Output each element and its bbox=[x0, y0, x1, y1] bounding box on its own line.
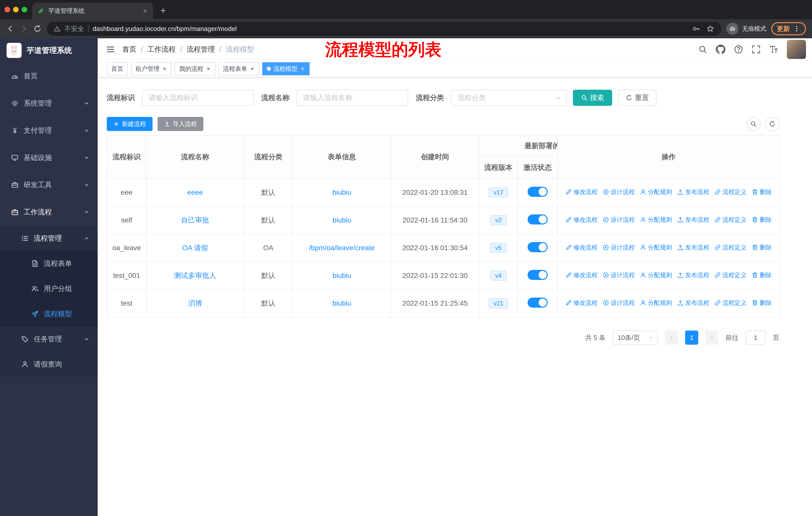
active-toggle[interactable] bbox=[528, 298, 548, 308]
design-process-link[interactable]: 设计流程 bbox=[603, 271, 635, 279]
active-toggle[interactable] bbox=[528, 214, 548, 224]
process-definition-link[interactable]: 流程定义 bbox=[714, 216, 747, 224]
view-tab-tenant[interactable]: 租户管理 bbox=[131, 62, 172, 75]
bookmark-star-icon[interactable] bbox=[706, 25, 714, 33]
publish-process-link[interactable]: 发布流程 bbox=[677, 271, 709, 279]
active-toggle[interactable] bbox=[528, 242, 548, 252]
assign-rule-link[interactable]: 分配规则 bbox=[640, 216, 672, 224]
font-size-icon[interactable] bbox=[769, 45, 778, 54]
publish-process-link[interactable]: 发布流程 bbox=[677, 243, 709, 251]
modify-process-link[interactable]: 修改流程 bbox=[565, 299, 598, 307]
search-button[interactable]: 搜索 bbox=[573, 90, 612, 106]
github-icon[interactable] bbox=[716, 45, 725, 54]
delete-process-link[interactable]: 删除 bbox=[752, 271, 772, 279]
import-process-button[interactable]: 导入流程 bbox=[157, 117, 203, 131]
process-name-link[interactable]: eeee bbox=[187, 188, 203, 196]
publish-process-link[interactable]: 发布流程 bbox=[677, 299, 709, 307]
close-icon[interactable] bbox=[162, 66, 167, 71]
design-process-link[interactable]: 设计流程 bbox=[603, 299, 635, 307]
fullscreen-icon[interactable] bbox=[752, 45, 761, 54]
address-bar[interactable]: 不安全 dashboard.yudao.iocoder.cn/bpm/manag… bbox=[47, 22, 721, 36]
breadcrumb-process-management[interactable]: 流程管理 bbox=[187, 45, 215, 54]
form-info-link[interactable]: biubiu bbox=[332, 188, 351, 196]
form-info-link[interactable]: biubiu bbox=[332, 299, 351, 307]
process-name-link[interactable]: 滔博 bbox=[188, 299, 202, 307]
update-button[interactable]: 更新 bbox=[771, 22, 806, 35]
browser-tab[interactable]: 芋道管理系统 bbox=[32, 2, 153, 19]
publish-process-link[interactable]: 发布流程 bbox=[677, 188, 709, 196]
form-info-link[interactable]: /bpm/oa/leave/create bbox=[309, 244, 375, 252]
sidebar-item-payment[interactable]: 支付管理 bbox=[0, 117, 98, 144]
reload-icon[interactable] bbox=[33, 24, 42, 33]
modify-process-link[interactable]: 修改流程 bbox=[565, 216, 598, 224]
view-tab-home[interactable]: 首页 bbox=[107, 62, 128, 75]
process-key-input[interactable] bbox=[142, 90, 254, 106]
user-avatar[interactable] bbox=[787, 40, 806, 59]
refresh-table-button[interactable] bbox=[765, 117, 779, 131]
process-name-link[interactable]: 测试多审批人 bbox=[174, 272, 216, 279]
assign-rule-link[interactable]: 分配规则 bbox=[640, 299, 672, 307]
process-definition-link[interactable]: 流程定义 bbox=[714, 271, 747, 279]
page-number-1[interactable]: 1 bbox=[685, 331, 698, 345]
sidebar-item-task-management[interactable]: 任务管理 bbox=[0, 327, 98, 352]
process-name-link[interactable]: OA 请假 bbox=[182, 244, 208, 252]
next-page-button[interactable] bbox=[705, 331, 718, 345]
sidebar-item-workflow[interactable]: 工作流程 bbox=[0, 198, 98, 226]
process-name-input[interactable] bbox=[296, 90, 408, 106]
sidebar-item-home[interactable]: 首页 bbox=[0, 62, 98, 90]
view-tab-process-form[interactable]: 流程表单 bbox=[219, 62, 259, 75]
page-size-select[interactable]: 10条/页 bbox=[613, 331, 658, 345]
sidebar-item-user-group[interactable]: 用户分组 bbox=[0, 276, 98, 301]
assign-rule-link[interactable]: 分配规则 bbox=[640, 271, 672, 279]
close-icon[interactable] bbox=[300, 66, 305, 71]
reset-button[interactable]: 重置 bbox=[618, 90, 657, 106]
menu-kebab-icon[interactable] bbox=[793, 25, 801, 32]
show-search-button[interactable] bbox=[747, 117, 761, 131]
key-icon[interactable] bbox=[692, 25, 700, 33]
search-icon[interactable] bbox=[698, 45, 707, 54]
close-window-button[interactable] bbox=[4, 7, 10, 12]
publish-process-link[interactable]: 发布流程 bbox=[677, 216, 709, 224]
form-info-link[interactable]: biubiu bbox=[332, 216, 351, 224]
hamburger-icon[interactable] bbox=[106, 45, 115, 54]
active-toggle[interactable] bbox=[528, 187, 548, 197]
process-definition-link[interactable]: 流程定义 bbox=[714, 188, 747, 196]
sidebar-item-process-management[interactable]: 流程管理 bbox=[0, 226, 98, 251]
assign-rule-link[interactable]: 分配规则 bbox=[640, 188, 672, 196]
breadcrumb-workflow[interactable]: 工作流程 bbox=[147, 45, 176, 54]
close-icon[interactable] bbox=[206, 66, 211, 71]
prev-page-button[interactable] bbox=[665, 331, 678, 345]
close-icon[interactable] bbox=[250, 66, 255, 71]
help-icon[interactable] bbox=[734, 45, 743, 54]
process-category-select[interactable]: 流程分类 bbox=[451, 90, 567, 106]
delete-process-link[interactable]: 删除 bbox=[752, 216, 772, 224]
breadcrumb-home[interactable]: 首页 bbox=[122, 45, 137, 54]
delete-process-link[interactable]: 删除 bbox=[752, 188, 772, 196]
sidebar-item-leave-query[interactable]: 请假查询 bbox=[0, 352, 98, 377]
delete-process-link[interactable]: 删除 bbox=[752, 243, 772, 251]
modify-process-link[interactable]: 修改流程 bbox=[565, 188, 598, 196]
delete-process-link[interactable]: 删除 bbox=[752, 299, 772, 307]
create-process-button[interactable]: 新建流程 bbox=[107, 117, 152, 131]
new-tab-button[interactable] bbox=[156, 3, 170, 18]
view-tab-process-model[interactable]: 流程模型 bbox=[262, 62, 310, 75]
process-definition-link[interactable]: 流程定义 bbox=[714, 299, 747, 307]
goto-page-input[interactable] bbox=[746, 331, 766, 345]
form-info-link[interactable]: biubiu bbox=[332, 272, 351, 279]
minimize-window-button[interactable] bbox=[13, 7, 19, 12]
sidebar-item-infrastructure[interactable]: 基础设施 bbox=[0, 144, 98, 171]
sidebar-item-devtools[interactable]: 研发工具 bbox=[0, 171, 98, 198]
assign-rule-link[interactable]: 分配规则 bbox=[640, 243, 672, 251]
design-process-link[interactable]: 设计流程 bbox=[603, 243, 635, 251]
sidebar-item-system[interactable]: 系统管理 bbox=[0, 90, 98, 117]
process-name-link[interactable]: 自己审批 bbox=[181, 216, 209, 224]
sidebar-item-process-form[interactable]: 流程表单 bbox=[0, 251, 98, 276]
modify-process-link[interactable]: 修改流程 bbox=[565, 243, 598, 251]
design-process-link[interactable]: 设计流程 bbox=[603, 188, 635, 196]
sidebar-item-process-model[interactable]: 流程模型 bbox=[0, 301, 98, 327]
process-definition-link[interactable]: 流程定义 bbox=[714, 243, 747, 251]
active-toggle[interactable] bbox=[528, 270, 548, 280]
modify-process-link[interactable]: 修改流程 bbox=[565, 271, 598, 279]
back-icon[interactable] bbox=[6, 24, 14, 33]
view-tab-my-process[interactable]: 我的流程 bbox=[175, 62, 215, 75]
